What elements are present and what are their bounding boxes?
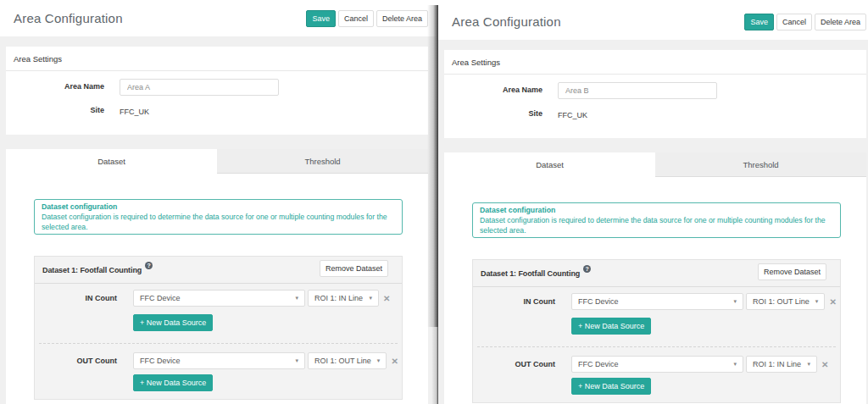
- area-settings-card: Area Settings Area Name Site FFC_UK: [444, 50, 866, 138]
- tab-dataset[interactable]: Dataset: [6, 149, 217, 174]
- panel-area-a: Area Configuration Save Cancel Delete Ar…: [0, 0, 438, 404]
- cancel-button[interactable]: Cancel: [338, 10, 374, 27]
- out-roi-select[interactable]: ROI 1: IN Line ▾: [746, 356, 817, 373]
- remove-dataset-button[interactable]: Remove Dataset: [320, 260, 388, 277]
- area-settings-form: Area Name Site FFC_UK: [444, 75, 866, 138]
- dataset-panel-header: Dataset 1: Footfall Counting ? Remove Da…: [473, 260, 840, 287]
- page-title: Area Configuration: [452, 14, 561, 29]
- area-name-row: Area Name: [6, 78, 428, 95]
- header-buttons: Save Cancel Delete Area: [306, 10, 428, 27]
- out-count-label: OUT Count: [481, 360, 555, 368]
- site-label: Site: [444, 109, 542, 118]
- area-settings-title: Area Settings: [444, 50, 866, 75]
- area-settings-form: Area Name Site FFC_UK: [6, 71, 428, 135]
- caret-down-icon: ▾: [287, 295, 298, 302]
- site-value: FFC_UK: [120, 108, 149, 116]
- out-roi-select[interactable]: ROI 1: OUT Line ▾: [308, 352, 387, 369]
- remove-dataset-button[interactable]: Remove Dataset: [758, 263, 826, 280]
- new-data-source-button[interactable]: + New Data Source: [571, 318, 651, 335]
- site-row: Site FFC_UK: [444, 105, 866, 122]
- page-header: Area Configuration Save Cancel Delete Ar…: [438, 0, 868, 40]
- save-button[interactable]: Save: [306, 10, 336, 27]
- out-source-value: FFC Device: [578, 360, 619, 368]
- dataset-configuration-info: Dataset configuration Dataset configurat…: [34, 199, 403, 235]
- remove-source-icon[interactable]: ✕: [821, 360, 828, 369]
- caret-down-icon: ▾: [371, 357, 381, 364]
- panel-body: Area Settings Area Name Site FFC_UK Data…: [438, 50, 868, 404]
- in-count-row: IN Count FFC Device ▾ ROI 1: IN Line ▾ ✕: [35, 290, 402, 307]
- help-icon[interactable]: ?: [583, 265, 591, 273]
- out-count-label: OUT Count: [42, 357, 117, 365]
- new-data-source-button[interactable]: + New Data Source: [133, 374, 213, 391]
- delete-area-button[interactable]: Delete Area: [815, 14, 866, 30]
- caret-down-icon: ▾: [801, 361, 810, 368]
- area-settings-title: Area Settings: [6, 47, 428, 71]
- new-data-source-button[interactable]: + New Data Source: [571, 378, 651, 395]
- area-name-label: Area Name: [444, 86, 542, 94]
- in-source-value: FFC Device: [140, 294, 181, 302]
- site-row: Site FFC_UK: [6, 102, 428, 119]
- tab-threshold[interactable]: Threshold: [217, 149, 428, 174]
- in-roi-select[interactable]: ROI 1: OUT Line ▾: [746, 293, 825, 310]
- in-roi-select[interactable]: ROI 1: IN Line ▾: [308, 290, 379, 307]
- tab-threshold[interactable]: Threshold: [655, 152, 866, 177]
- tabs: Dataset Threshold: [444, 152, 866, 177]
- in-source-select[interactable]: FFC Device ▾: [133, 290, 305, 307]
- page-title: Area Configuration: [14, 11, 123, 25]
- area-name-input[interactable]: [120, 79, 279, 96]
- caret-down-icon: ▾: [726, 361, 737, 368]
- dataset-panel-body: IN Count FFC Device ▾ ROI 1: OUT Line ▾ …: [473, 287, 840, 402]
- out-count-row: OUT Count FFC Device ▾ ROI 1: IN Line ▾ …: [473, 356, 840, 373]
- page-header: Area Configuration Save Cancel Delete Ar…: [0, 0, 438, 36]
- info-title: Dataset configuration: [480, 205, 833, 215]
- out-source-select[interactable]: FFC Device ▾: [571, 356, 743, 373]
- info-title: Dataset configuration: [42, 202, 395, 212]
- site-label: Site: [6, 106, 104, 114]
- caret-down-icon: ▾: [287, 357, 298, 364]
- in-count-label: IN Count: [481, 297, 555, 306]
- cancel-button[interactable]: Cancel: [776, 14, 812, 30]
- area-settings-card: Area Settings Area Name Site FFC_UK: [6, 47, 428, 135]
- tab-content-dataset: Dataset configuration Dataset configurat…: [6, 174, 428, 404]
- remove-source-icon[interactable]: ✕: [383, 294, 390, 303]
- dataset-panel-body: IN Count FFC Device ▾ ROI 1: IN Line ▾ ✕…: [35, 284, 402, 399]
- remove-source-icon[interactable]: ✕: [391, 357, 398, 366]
- save-button[interactable]: Save: [744, 14, 774, 30]
- out-source-value: FFC Device: [140, 357, 181, 365]
- info-body: Dataset configuration is required to det…: [480, 215, 833, 235]
- screen: Area Configuration Save Cancel Delete Ar…: [0, 0, 868, 404]
- dataset-panel: Dataset 1: Footfall Counting ? Remove Da…: [472, 259, 841, 403]
- info-body: Dataset configuration is required to det…: [42, 212, 395, 232]
- caret-down-icon: ▾: [363, 295, 372, 302]
- header-buttons: Save Cancel Delete Area: [744, 14, 866, 30]
- remove-source-icon[interactable]: ✕: [829, 297, 836, 307]
- in-count-row: IN Count FFC Device ▾ ROI 1: OUT Line ▾ …: [473, 293, 840, 310]
- area-name-label: Area Name: [6, 82, 104, 91]
- dataset-title: Dataset 1: Footfall Counting: [42, 266, 142, 274]
- row-divider: [39, 343, 398, 344]
- caret-down-icon: ▾: [810, 298, 819, 305]
- dataset-title: Dataset 1: Footfall Counting: [481, 269, 580, 278]
- in-count-label: IN Count: [42, 294, 117, 302]
- out-count-row: OUT Count FFC Device ▾ ROI 1: OUT Line ▾…: [35, 352, 402, 369]
- help-icon[interactable]: ?: [145, 262, 153, 269]
- area-name-input[interactable]: [558, 82, 717, 99]
- in-roi-value: ROI 1: IN Line: [314, 294, 363, 302]
- dataset-panel: Dataset 1: Footfall Counting ? Remove Da…: [34, 256, 403, 400]
- tab-content-dataset: Dataset configuration Dataset configurat…: [444, 177, 866, 404]
- caret-down-icon: ▾: [726, 298, 737, 305]
- in-source-value: FFC Device: [578, 297, 619, 306]
- in-roi-value: ROI 1: OUT Line: [753, 297, 810, 306]
- out-roi-value: ROI 1: OUT Line: [314, 357, 371, 365]
- dataset-panel-header: Dataset 1: Footfall Counting ? Remove Da…: [35, 257, 402, 284]
- in-source-select[interactable]: FFC Device ▾: [571, 293, 743, 310]
- out-source-select[interactable]: FFC Device ▾: [133, 352, 305, 369]
- area-name-row: Area Name: [444, 81, 866, 98]
- tab-dataset[interactable]: Dataset: [444, 152, 655, 177]
- new-data-source-button[interactable]: + New Data Source: [133, 314, 213, 331]
- tabs: Dataset Threshold: [6, 149, 428, 174]
- site-value: FFC_UK: [558, 111, 587, 119]
- delete-area-button[interactable]: Delete Area: [376, 10, 428, 27]
- dataset-configuration-info: Dataset configuration Dataset configurat…: [472, 202, 841, 238]
- panel-body: Area Settings Area Name Site FFC_UK Data…: [0, 47, 438, 404]
